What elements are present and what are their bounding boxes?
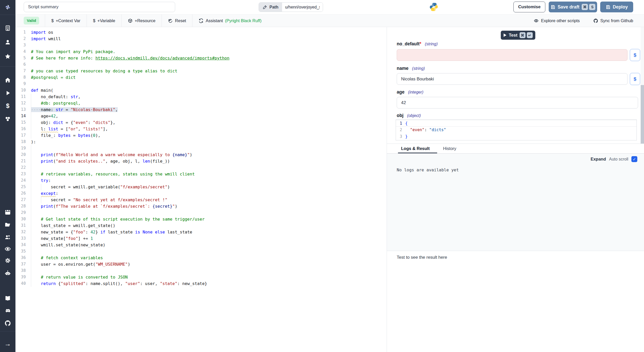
code-line[interactable]: 23 # retrieve variables, resources, stat… [15,171,386,177]
code-line[interactable]: 25 secret = wmill.get_variable("f/exampl… [15,184,386,190]
name-var-picker-button[interactable]: $ [630,73,640,85]
code-line[interactable]: 1import os [15,29,386,36]
panel-scrollbar[interactable] [641,27,644,144]
no-default-var-picker-button[interactable]: $ [630,49,640,61]
resources-cubes-icon[interactable] [4,115,11,123]
code-line[interactable]: 36 # fetch context variables [15,255,386,261]
result-placeholder: Test to see the result here [397,255,447,260]
code-line[interactable]: 2import wmill [15,36,386,42]
code-line[interactable]: 32 new_state = {"foo": 42} if last_state… [15,229,386,235]
save-draft-button[interactable]: Save draft ⌘S [549,2,597,12]
panel-scrollbar-thumb[interactable] [641,85,644,144]
code-editor[interactable]: 1import os2import wmill34# You can impor… [15,27,386,352]
code-line[interactable]: 10def main( [15,87,386,94]
json-line[interactable]: 1{ [396,120,637,127]
code-line[interactable]: 27 secret = "No secret yet at f/examples… [15,197,386,203]
deploy-button[interactable]: Deploy [600,2,633,12]
kbd-s: S [589,4,595,10]
collapse-arrow-icon[interactable]: → [4,340,11,347]
code-line[interactable]: 3 [15,42,386,48]
windmill-logo-icon[interactable] [4,4,11,11]
code-line[interactable]: 12 #db: postgresql, [15,100,386,106]
test-button[interactable]: Test ⌘↵ [501,31,535,40]
age-input[interactable] [397,97,638,108]
ai-robot-icon[interactable] [4,270,11,277]
github-icon[interactable] [4,320,11,327]
code-line[interactable]: 8#postgresql = dict [15,74,386,81]
line-number: 37 [15,261,26,267]
folders-icon[interactable] [4,221,11,228]
sidebar-divider [0,331,15,331]
add-variable-button[interactable]: $+Variable [87,14,121,27]
code-line[interactable]: 26 except: [15,190,386,197]
tab-history[interactable]: History [443,146,456,151]
code-line[interactable]: 13····name: str = "Nicolas·Bourbaki", [15,106,386,113]
tab-logs-result[interactable]: Logs & Result [401,146,430,151]
code-line[interactable]: 39 # return value is converted to JSON [15,274,386,280]
code-line[interactable]: 20 print(f"Hello World and a warm welcom… [15,152,386,158]
code-line[interactable]: 19 [15,145,386,152]
indent-guide [31,145,31,287]
code-line[interactable]: 22 [15,164,386,171]
code-line[interactable]: 18): [15,139,386,145]
code-line[interactable]: 21 print("and its acolytes..", age, obj,… [15,158,386,164]
code-line[interactable]: 34 wmill.set_state(new_state) [15,242,386,248]
code-line[interactable]: 29 [15,209,386,216]
code-line[interactable]: 38 [15,267,386,274]
expand-button[interactable]: Expand [591,157,606,162]
line-number: 14 [15,113,26,119]
docs-book-icon[interactable] [4,295,11,302]
code-line[interactable]: 28 print(f"The variable at `f/examples/s… [15,203,386,209]
github-icon [593,18,598,23]
home-icon[interactable] [4,77,11,84]
settings-gear-icon[interactable] [4,257,11,264]
customise-button[interactable]: Customise [513,2,545,12]
code-line[interactable]: 33 new_state["foo"] += 1 [15,235,386,242]
autoscroll-checkbox[interactable]: ✓ [631,156,637,162]
code-line[interactable]: 35 [15,248,386,255]
code-line[interactable]: 7# you can use typed resources by doing … [15,68,386,74]
code-line[interactable]: 15 obj: dict = {"even": "dicts"}, [15,119,386,126]
path-input[interactable] [282,3,323,12]
assistant-button[interactable]: Assistant (Pyright Black Ruff) [192,14,268,27]
code-line[interactable]: 6 [15,61,386,68]
reset-button[interactable]: Reset [162,14,192,27]
schedules-calendar-icon[interactable] [4,208,11,216]
no-default-input[interactable] [397,49,628,61]
sync-from-github-link[interactable]: Sync from Github [593,18,633,23]
add-resource-button[interactable]: +Resource [122,14,162,27]
json-line[interactable]: 2 "even": "dicts" [396,127,637,133]
line-number: 30 [15,216,26,222]
user-icon[interactable] [4,39,11,46]
path-chip[interactable]: Path [259,3,282,12]
obj-json-editor[interactable]: 1{2 "even": "dicts"3} [396,120,637,140]
line-number: 34 [15,242,26,248]
code-line[interactable]: 17 file_: bytes = bytes(0), [15,132,386,139]
variables-dollar-icon[interactable]: $ [4,102,11,110]
code-line[interactable]: 14 age=42, [15,113,386,119]
python-language-icon[interactable] [429,2,439,13]
name-input[interactable] [397,73,628,85]
runs-play-icon[interactable] [4,89,11,97]
workspace-building-icon[interactable] [4,24,11,32]
code-line[interactable]: 5# See here for more info: https://docs.… [15,55,386,61]
code-line[interactable]: 4# You can import any PyPi package. [15,48,386,55]
eye-icon [534,18,539,23]
code-line[interactable]: 11 no_default: str, [15,94,386,100]
script-summary-input[interactable] [24,2,175,12]
code-line[interactable]: 40 return {"splitted": name.split(), "us… [15,280,386,287]
favorites-star-icon[interactable] [4,53,11,60]
json-line[interactable]: 3} [396,133,637,140]
code-line[interactable]: 9 [15,81,386,87]
groups-users-gear-icon[interactable] [4,234,11,241]
code-line[interactable]: 24 try: [15,177,386,184]
test-panel: Test ⌘↵ no_default* (string) $ name (str… [387,27,644,352]
code-line[interactable]: 30 # Get last state of this script execu… [15,216,386,222]
explore-other-scripts-link[interactable]: Explore other scripts [534,18,580,23]
add-context-var-button[interactable]: $+Context Var [45,14,87,27]
discord-icon[interactable] [4,307,11,314]
audit-eye-icon[interactable] [4,245,11,253]
code-line[interactable]: 31 last_state = wmill.get_state() [15,222,386,229]
code-line[interactable]: 16 l: list = ["or", "lists!"], [15,126,386,132]
code-line[interactable]: 37 user = os.environ.get("WM_USERNAME") [15,261,386,267]
